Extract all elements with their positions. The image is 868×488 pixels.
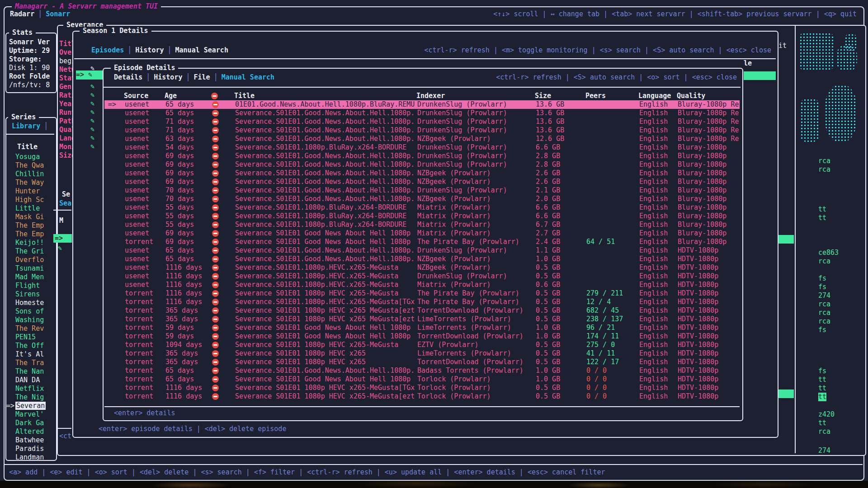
release-row[interactable]: usenet71 daysSeverance.S01E01.Good.News.…	[104, 126, 740, 135]
column-header-peers[interactable]: Peers	[585, 92, 606, 100]
series-item[interactable]: Mad Men	[5, 273, 55, 282]
series-item[interactable]: Yosuga	[5, 153, 55, 161]
series-item[interactable]: Flight	[5, 282, 55, 290]
release-row[interactable]: usenet55 daysSeverance.S01E01.1080p.BluR…	[104, 212, 740, 221]
tab-library[interactable]: Library	[12, 122, 40, 130]
series-item[interactable]: The Qwa	[5, 161, 55, 170]
selected-episode-row[interactable]: => ✎	[76, 70, 103, 80]
release-row[interactable]: torrent1116 daysSeverance S01E01 1080p H…	[104, 392, 740, 401]
column-header-age[interactable]: Age	[165, 92, 177, 100]
severance-footer-divider-fragment	[58, 428, 71, 429]
column-header-language[interactable]: Language	[638, 92, 671, 100]
column-header-size[interactable]: Size	[535, 92, 551, 100]
release-row[interactable]: usenet69 daysSeverance.S01E01.Good.News.…	[104, 152, 740, 160]
release-row[interactable]: torrent365 daysSeverance S01E01 1080p HE…	[104, 306, 740, 315]
series-item[interactable]: The Nig	[5, 393, 55, 402]
series-item[interactable]: Little	[5, 204, 55, 213]
series-item[interactable]: Tsunami	[5, 264, 55, 273]
series-item[interactable]: Sons of	[5, 307, 55, 316]
series-item[interactable]: DAN DA	[5, 376, 55, 385]
series-item[interactable]: The Gri	[5, 247, 55, 256]
series-item[interactable]: Batwhee	[5, 436, 55, 445]
series-item[interactable]: Marvel'	[5, 410, 55, 419]
selected-season-row-fragment[interactable]: =>	[53, 234, 72, 243]
seasons-tab-fragment[interactable]: Sea	[59, 199, 71, 208]
series-item[interactable]: Chillin	[5, 170, 55, 178]
series-item[interactable]: The Off	[5, 342, 55, 350]
release-row[interactable]: usenet71 daysSeverance.S01E01.Good.News.…	[104, 117, 740, 126]
series-item[interactable]: Landman	[5, 453, 55, 462]
series-item[interactable]: The Way	[5, 178, 55, 187]
series-item[interactable]: PEN15	[5, 333, 55, 342]
release-row[interactable]: torrent1116 daysSeverance.S01E01.1080p.H…	[104, 298, 740, 306]
episode-tab-file[interactable]: File	[194, 73, 210, 81]
series-item[interactable]: The Nan	[5, 367, 55, 376]
column-header-quality[interactable]: Quality	[677, 92, 705, 100]
series-item[interactable]: High Sc	[5, 196, 55, 204]
release-row[interactable]: usenet1116 daysSeverance.S01E01.1080p.HE…	[104, 281, 740, 289]
cell-title: Severance.S01E01.Good.News.About.Hell.10…	[235, 126, 415, 135]
release-row[interactable]: usenet1116 daysSeverance.S01E01.1080p.HE…	[104, 272, 740, 281]
column-header-source[interactable]: Source	[124, 92, 148, 100]
series-item[interactable]: Homeste	[5, 299, 55, 307]
release-row[interactable]: usenet69 daysSeverance S01E01 Good News …	[104, 229, 740, 238]
cell-quality: Bluray-1080p	[678, 160, 726, 169]
series-item[interactable]: Mask Gi	[5, 213, 55, 221]
release-row[interactable]: torrent365 daysSeverance S01E01 1080p HE…	[104, 358, 740, 366]
release-row[interactable]: usenet69 daysSeverance.S01E01.Good.News.…	[104, 169, 740, 178]
series-item[interactable]: Altered	[5, 427, 55, 436]
release-row[interactable]: usenet69 daysSeverance.S01E01.Good.News.…	[104, 160, 740, 169]
cell-size: 1.0 GB	[536, 366, 560, 375]
release-row[interactable]: torrent1116 daysSeverance S01E01 1080p H…	[104, 289, 740, 298]
series-item[interactable]: Dark Ga	[5, 419, 55, 427]
series-item[interactable]: The Emp	[5, 221, 55, 230]
season-tab-history[interactable]: History	[135, 46, 164, 54]
episode-tab-manual-search[interactable]: Manual Search	[222, 73, 274, 81]
series-item[interactable]: The Emp	[5, 230, 55, 239]
cell-source: usenet	[125, 255, 149, 263]
release-row[interactable]: torrent59 daysSeverance S01E01 Good News…	[104, 324, 740, 332]
release-row[interactable]: usenet70 daysSeverance.S01E01.Good.News.…	[104, 186, 740, 195]
release-row[interactable]: usenet65 daysSeverance.S01E01.Good.News.…	[104, 246, 740, 255]
series-item[interactable]: Overflo	[5, 256, 55, 264]
column-header-indexer[interactable]: Indexer	[416, 92, 445, 100]
release-row[interactable]: torrent59 daysSeverance S01E01 Good News…	[104, 332, 740, 341]
series-item[interactable]: Sirens	[5, 290, 55, 299]
release-row[interactable]: torrent65 daysSeverance.S01E01.Good.News…	[104, 366, 740, 375]
release-row[interactable]: usenet55 daysSeverance.S01E01.1080p.BluR…	[104, 221, 740, 229]
release-row[interactable]: torrent65 daysSeverance S01E01 Good News…	[104, 375, 740, 384]
release-row[interactable]: usenet65 daysSeverance.S01E01.Good.News.…	[104, 109, 740, 117]
release-row[interactable]: torrent69 daysSeverance S01E01 Good News…	[104, 238, 740, 246]
series-item[interactable]: Keijo!!	[5, 239, 55, 247]
season-tab-manual-search[interactable]: Manual Search	[175, 46, 228, 54]
release-row[interactable]: usenet63 daysSeverance.S01E01.Good.News.…	[104, 135, 740, 143]
release-row[interactable]: torrent1116 daysSeverance S01E01 1080p H…	[104, 384, 740, 392]
tab-sonarr[interactable]: Sonarr	[46, 10, 70, 18]
series-item[interactable]: It's Al	[5, 350, 55, 359]
series-item[interactable]: Netflix	[5, 385, 55, 393]
release-row[interactable]: usenet54 daysSeverance.S01E01.1080p.BluR…	[104, 143, 740, 152]
release-row[interactable]: usenet55 daysSeverance.S01E01.1080p.BluR…	[104, 203, 740, 212]
episode-tab-details[interactable]: Details	[114, 73, 142, 81]
column-header-title[interactable]: Title	[234, 92, 255, 100]
series-item[interactable]: Paradis	[5, 445, 55, 453]
series-item[interactable]: =>Severan	[5, 402, 55, 410]
series-item[interactable]: Washing	[5, 316, 55, 324]
series-item[interactable]: The Tra	[5, 359, 55, 367]
release-row[interactable]: torrent365 daysSeverance S01E01 1080p HE…	[104, 349, 740, 358]
tab-radarr[interactable]: Radarr	[10, 10, 34, 18]
release-row[interactable]: usenet1116 daysSeverance.S01E01.1080p.HE…	[104, 263, 740, 272]
cell-quality: Bluray-1080p Re	[678, 117, 739, 126]
release-row[interactable]: =>usenet65 days01E01.Good.News.About.Hel…	[104, 100, 740, 109]
series-item[interactable]: The Rev	[5, 324, 55, 333]
release-row[interactable]: usenet69 daysSeverance.S01E01.Good.News.…	[104, 178, 740, 186]
release-row[interactable]: torrent1094 daysSeverance S01E01 1080p H…	[104, 341, 740, 349]
release-row[interactable]: torrent365 daysSeverance S01E01 1080p HE…	[104, 315, 740, 324]
release-row[interactable]: usenet70 daysSeverance.S01E01.Good.News.…	[104, 195, 740, 203]
episode-tab-history[interactable]: History	[154, 73, 182, 81]
season-tab-episodes[interactable]: Episodes	[91, 46, 124, 54]
cell-indexer: Miatrix (Prowlarr)	[417, 229, 491, 238]
no-entry-icon	[212, 359, 219, 366]
series-item[interactable]: Hunter	[5, 187, 55, 196]
release-row[interactable]: usenet65 daysSeverance.S01E01.Good.News.…	[104, 255, 740, 263]
